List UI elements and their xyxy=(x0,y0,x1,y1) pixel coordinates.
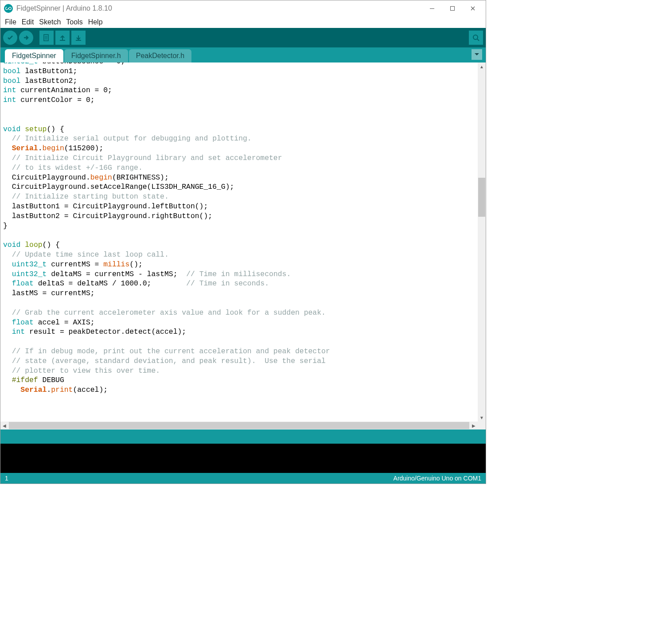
save-button[interactable] xyxy=(71,31,86,45)
tab-label: FidgetSpinner.h xyxy=(71,52,121,60)
editor-area: uint32_t buttonDebounce = 0; bool lastBu… xyxy=(0,62,486,422)
tab-menu-button[interactable] xyxy=(472,49,482,60)
upload-button[interactable] xyxy=(19,31,33,45)
line-number: 1 xyxy=(5,475,8,482)
code-editor[interactable]: uint32_t buttonDebounce = 0; bool lastBu… xyxy=(0,62,478,422)
scroll-right-icon[interactable]: ▶ xyxy=(470,422,478,429)
menu-help[interactable]: Help xyxy=(86,17,105,27)
scroll-up-icon[interactable]: ▲ xyxy=(478,62,486,70)
verify-button[interactable] xyxy=(3,31,17,45)
new-button[interactable] xyxy=(39,31,54,45)
app-icon xyxy=(4,4,13,13)
board-port: Arduino/Genuino Uno on COM1 xyxy=(394,475,481,482)
tab-fidgetspinner[interactable]: FidgetSpinner xyxy=(5,49,63,62)
svg-line-9 xyxy=(477,39,479,41)
tab-peakdetector-h[interactable]: PeakDetector.h xyxy=(129,49,191,62)
console-output[interactable] xyxy=(0,444,486,473)
menu-file[interactable]: File xyxy=(2,17,19,27)
maximize-button[interactable] xyxy=(442,1,463,16)
toolbar xyxy=(0,28,486,47)
status-strip xyxy=(0,429,486,444)
tab-bar: FidgetSpinner FidgetSpinner.h PeakDetect… xyxy=(0,47,486,62)
vertical-scrollbar[interactable]: ▲ ▼ xyxy=(478,62,486,422)
open-button[interactable] xyxy=(55,31,70,45)
menu-bar: File Edit Sketch Tools Help xyxy=(0,16,486,28)
close-button[interactable] xyxy=(463,1,483,16)
horizontal-scrollbar[interactable]: ◀ ▶ xyxy=(0,422,486,429)
tab-fidgetspinner-h[interactable]: FidgetSpinner.h xyxy=(64,49,128,62)
menu-edit[interactable]: Edit xyxy=(19,17,37,27)
title-bar: FidgetSpinner | Arduino 1.8.10 xyxy=(0,0,486,16)
svg-rect-1 xyxy=(451,7,455,11)
scroll-thumb[interactable] xyxy=(478,178,485,217)
menu-sketch[interactable]: Sketch xyxy=(36,17,63,27)
hscroll-track[interactable] xyxy=(9,422,469,429)
svg-rect-0 xyxy=(430,8,434,9)
tab-label: FidgetSpinner xyxy=(12,52,56,60)
scroll-left-icon[interactable]: ◀ xyxy=(0,422,8,429)
minimize-button[interactable] xyxy=(422,1,442,16)
svg-point-8 xyxy=(473,35,478,39)
tab-label: PeakDetector.h xyxy=(136,52,184,60)
menu-tools[interactable]: Tools xyxy=(63,17,85,27)
window-title: FidgetSpinner | Arduino 1.8.10 xyxy=(16,4,112,12)
scroll-down-icon[interactable]: ▼ xyxy=(478,414,486,422)
footer-bar: 1 Arduino/Genuino Uno on COM1 xyxy=(0,473,486,484)
serial-monitor-button[interactable] xyxy=(469,31,483,45)
